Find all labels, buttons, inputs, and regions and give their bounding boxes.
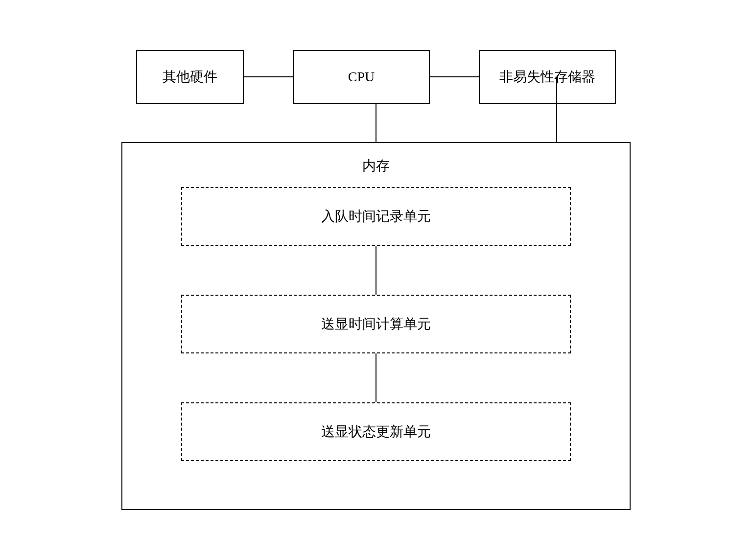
memory-box: 内存 入队时间记录单元 送显时间计算单元 送显状态更新单元	[121, 142, 631, 510]
display-status-label: 送显状态更新单元	[321, 422, 431, 441]
h-connector-left	[244, 76, 293, 77]
diagram-container: 其他硬件 CPU 非易失性存储器 内存 入队时间记录单元 送显时间计算单元 送显…	[82, 35, 670, 525]
inner-connector-2	[376, 353, 376, 402]
hardware-box: 其他硬件	[136, 50, 244, 104]
cpu-label: CPU	[348, 69, 375, 85]
cpu-to-memory-connector	[376, 104, 376, 143]
dashed-box-enqueue-time: 入队时间记录单元	[181, 187, 571, 246]
inner-connector-1	[376, 246, 376, 295]
h-connector-right	[430, 76, 479, 77]
dashed-box-display-status: 送显状态更新单元	[181, 402, 571, 461]
hardware-label: 其他硬件	[163, 68, 217, 86]
cpu-box: CPU	[293, 50, 430, 104]
enqueue-time-label: 入队时间记录单元	[321, 207, 431, 226]
top-row: 其他硬件 CPU 非易失性存储器	[82, 50, 670, 104]
nvmem-to-memory-connector	[556, 77, 557, 142]
display-time-label: 送显时间计算单元	[321, 315, 431, 333]
dashed-box-display-time: 送显时间计算单元	[181, 295, 571, 353]
nvmem-box: 非易失性存储器	[479, 50, 616, 104]
memory-label: 内存	[122, 157, 630, 175]
nvmem-label: 非易失性存储器	[499, 68, 595, 86]
